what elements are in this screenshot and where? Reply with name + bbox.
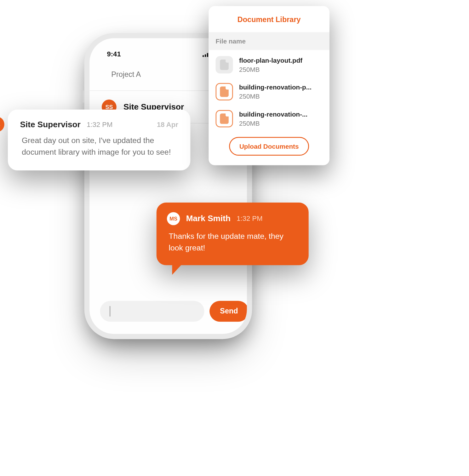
phone-mute-switch [83, 90, 84, 103]
document-name: building-renovation-p... [239, 83, 312, 91]
status-time: 9:41 [107, 50, 121, 58]
message-input[interactable] [100, 301, 204, 322]
upload-documents-button[interactable]: Upload Documents [229, 137, 309, 156]
message-avatar: SS [0, 117, 4, 132]
file-icon [215, 56, 233, 73]
message-composer: Send [100, 301, 236, 322]
message-time: 1:32 PM [87, 121, 112, 129]
document-size: 250MB [239, 93, 312, 100]
document-size: 250MB [239, 66, 302, 73]
message-outgoing: MS Mark Smith 1:32 PM Thanks for the upd… [157, 203, 309, 265]
document-size: 250MB [239, 120, 307, 127]
file-icon [215, 83, 233, 100]
message-sender: Site Supervisor [20, 120, 80, 129]
message-body: Great day out on site, I've updated the … [20, 135, 178, 158]
document-library-column-header: File name [209, 32, 329, 50]
document-name: floor-plan-layout.pdf [239, 56, 302, 64]
document-name: building-renovation-... [239, 111, 307, 118]
message-avatar: MS [167, 212, 180, 225]
send-button[interactable]: Send [209, 301, 247, 322]
document-row[interactable]: building-renovation-... 250MB [209, 104, 329, 131]
file-icon [215, 110, 233, 127]
message-incoming: SS Site Supervisor 1:32 PM 18 Apr Great … [8, 110, 191, 170]
document-row[interactable]: building-renovation-p... 250MB [209, 77, 329, 104]
message-date: 18 Apr [157, 121, 178, 129]
document-library-title: Document Library [209, 6, 329, 32]
text-cursor [110, 306, 111, 317]
message-sender: Mark Smith [186, 214, 231, 223]
document-library-panel: Document Library File name floor-plan-la… [209, 6, 329, 165]
document-row[interactable]: floor-plan-layout.pdf 250MB [209, 50, 329, 77]
speech-bubble-tail [172, 262, 184, 275]
message-time: 1:32 PM [237, 215, 262, 223]
message-body: Thanks for the update mate, they look gr… [167, 230, 297, 254]
app-title: Project A [111, 71, 141, 79]
